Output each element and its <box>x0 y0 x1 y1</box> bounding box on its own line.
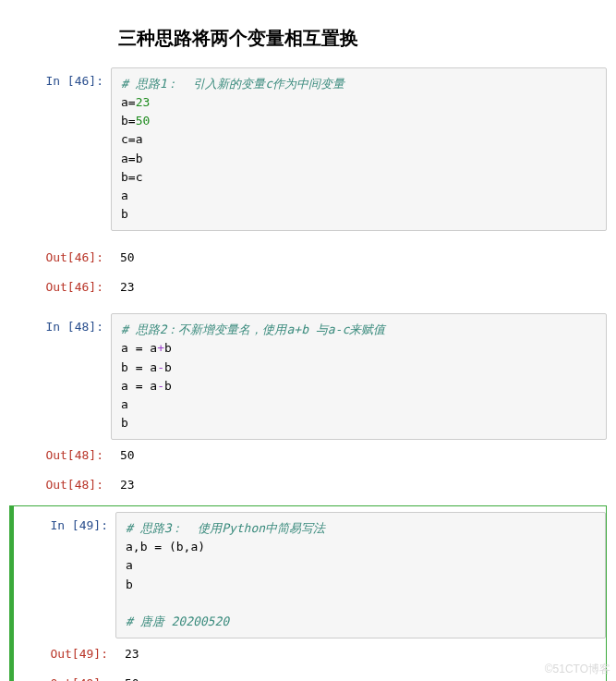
output-prompt: Out[46]: <box>9 244 111 272</box>
output-prompt: Out[46]: <box>9 274 111 301</box>
code-input-area[interactable]: # 思路3： 使用Python中简易写法 a,b = (b,a) a b # 唐… <box>115 512 606 638</box>
code-cell: In [46]: # 思路1： 引入新的变量c作为中间变量 a=23 b=50 … <box>9 67 607 300</box>
notebook-view: 三种思路将两个变量相互置换 In [46]: # 思路1： 引入新的变量c作为中… <box>0 0 616 681</box>
output-prompt: Out[49]: <box>14 670 115 681</box>
output-value: 50 <box>115 670 606 681</box>
input-prompt: In [48]: <box>9 313 111 440</box>
code-input-area[interactable]: # 思路2：不新增变量名，使用a+b 与a-c来赋值 a = a+b b = a… <box>111 313 607 440</box>
output-prompt: Out[48]: <box>9 442 111 469</box>
output-value: 23 <box>111 471 607 499</box>
input-prompt: In [46]: <box>9 67 111 231</box>
page-title: 三种思路将两个变量相互置换 <box>118 26 607 51</box>
output-value: 50 <box>111 442 607 469</box>
code-cell-selected[interactable]: In [49]: # 思路3： 使用Python中简易写法 a,b = (b,a… <box>9 505 607 681</box>
output-value: 50 <box>111 244 607 272</box>
code-input-area[interactable]: # 思路1： 引入新的变量c作为中间变量 a=23 b=50 c=a a=b b… <box>111 67 607 231</box>
output-prompt: Out[48]: <box>9 471 111 499</box>
output-prompt: Out[49]: <box>14 640 115 668</box>
input-prompt: In [49]: <box>14 512 115 638</box>
output-value: 23 <box>115 640 606 668</box>
output-value: 23 <box>111 274 607 301</box>
code-cell: In [48]: # 思路2：不新增变量名，使用a+b 与a-c来赋值 a = … <box>9 313 607 498</box>
